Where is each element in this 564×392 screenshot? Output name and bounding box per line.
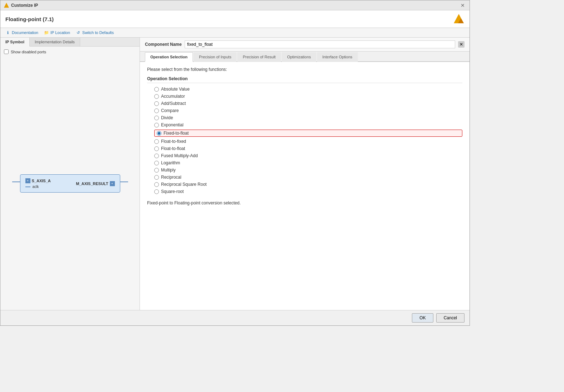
refresh-icon: ↺ (76, 30, 81, 35)
cancel-button[interactable]: Cancel (436, 313, 465, 323)
list-item[interactable]: Multiply (154, 168, 462, 173)
list-item[interactable]: Reciprocal Square Root (154, 182, 462, 187)
ip-port-right: M_AXIS_RESULT + (76, 181, 115, 186)
port-expand-right[interactable]: + (110, 181, 115, 186)
tab-interface-options[interactable]: Interface Options (317, 52, 358, 62)
location-link[interactable]: 📁 IP Location (44, 30, 70, 35)
tab-ip-symbol[interactable]: IP Symbol (0, 38, 30, 47)
tab-precision-result[interactable]: Precision of Result (237, 52, 281, 62)
list-item[interactable]: Fixed-to-float (154, 130, 462, 137)
customize-ip-window: Customize IP ✕ Floating-point (7.1) ℹ Do… (0, 0, 470, 326)
component-name-bar: Component Name ✕ (140, 38, 470, 52)
list-item[interactable]: Absolute Value (154, 87, 462, 92)
tab-optimizations[interactable]: Optimizations (282, 52, 316, 62)
bottom-bar: OK Cancel (0, 310, 470, 325)
tab-content-operation: Please select from the following functio… (140, 62, 470, 310)
close-button[interactable]: ✕ (460, 2, 466, 9)
main-content: IP Symbol Implementation Details Show di… (0, 38, 470, 310)
show-disabled-ports-checkbox[interactable] (4, 49, 9, 54)
component-name-label: Component Name (145, 42, 182, 47)
show-disabled-ports-label: Show disabled ports (11, 50, 46, 54)
app-logo (453, 13, 465, 25)
list-item[interactable]: Reciprocal (154, 175, 462, 180)
list-item[interactable]: Logarithm (154, 160, 462, 165)
documentation-link[interactable]: ℹ Documentation (5, 30, 38, 35)
list-item[interactable]: Square-root (154, 189, 462, 194)
left-port-name: S_AXIS_A (32, 179, 51, 183)
list-item[interactable]: Divide (154, 115, 462, 120)
app-icon (4, 3, 9, 8)
app-title-bar: Floating-point (7.1) (0, 10, 470, 28)
app-title-text: Floating-point (7.1) (5, 16, 54, 22)
titlebar-left: Customize IP (4, 3, 38, 8)
list-item[interactable]: Accumulator (154, 94, 462, 99)
defaults-link[interactable]: ↺ Switch to Defaults (76, 30, 114, 35)
location-label: IP Location (50, 30, 70, 35)
aclk-label: aclk (33, 185, 39, 189)
folder-icon: 📁 (44, 30, 49, 35)
right-tabs-row: Operation Selection Precision of Inputs … (140, 52, 470, 62)
list-item[interactable]: Float-to-float (154, 146, 462, 151)
aclk-row: aclk (25, 185, 51, 189)
info-icon: ℹ (5, 30, 10, 35)
tab-implementation-details[interactable]: Implementation Details (30, 38, 80, 46)
list-item[interactable]: Compare (154, 108, 462, 113)
documentation-label: Documentation (12, 30, 38, 35)
show-disabled-ports-row: Show disabled ports (0, 47, 140, 57)
port-expand-left[interactable]: + (25, 178, 30, 183)
list-item[interactable]: Exponential (154, 122, 462, 127)
status-text: Fixed-point to Floating-point conversion… (147, 200, 462, 205)
list-item[interactable]: Float-to-fixed (154, 139, 462, 144)
list-item[interactable]: Fused Multiply-Add (154, 153, 462, 158)
ip-block: + S_AXIS_A aclk M_AXIS_RESUL (20, 174, 120, 193)
left-port-row: + S_AXIS_A (25, 178, 51, 183)
ok-button[interactable]: OK (412, 313, 433, 323)
component-name-clear-button[interactable]: ✕ (458, 41, 465, 48)
ip-block-inner: + S_AXIS_A aclk M_AXIS_RESUL (25, 178, 115, 189)
defaults-label: Switch to Defaults (82, 30, 114, 35)
tab-operation-selection[interactable]: Operation Selection (145, 52, 193, 62)
right-panel: Component Name ✕ Operation Selection Pre… (140, 38, 470, 310)
operation-section-label: Operation Selection (147, 76, 462, 83)
select-prompt: Please select from the following functio… (147, 67, 462, 72)
list-item[interactable]: Add/Subtract (154, 101, 462, 106)
left-panel: IP Symbol Implementation Details Show di… (0, 38, 140, 310)
titlebar: Customize IP ✕ (0, 0, 470, 10)
ip-port-left: + S_AXIS_A aclk (25, 178, 51, 189)
window-title: Customize IP (11, 3, 38, 8)
toolbar: ℹ Documentation 📁 IP Location ↺ Switch t… (0, 28, 470, 38)
left-tab-bar: IP Symbol Implementation Details (0, 38, 140, 47)
right-port-name: M_AXIS_RESULT (76, 182, 108, 186)
right-port-row: M_AXIS_RESULT + (76, 181, 115, 186)
operation-radio-list: Absolute ValueAccumulatorAdd/SubtractCom… (154, 87, 462, 194)
ip-symbol-canvas: + S_AXIS_A aclk M_AXIS_RESUL (0, 57, 140, 310)
component-name-input[interactable] (185, 40, 455, 48)
tab-precision-inputs[interactable]: Precision of Inputs (194, 52, 237, 62)
